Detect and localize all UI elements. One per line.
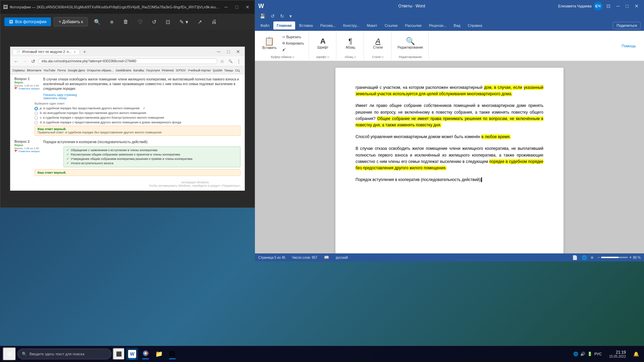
- url-bar[interactable]: edu.ala.ru/mod/quiz/review.php?attempt=8…: [38, 58, 217, 64]
- browser-active-tab[interactable]: 📄 Итоговый тест по модулю 2: п... ✕: [12, 49, 80, 54]
- help-link[interactable]: Помощь: [619, 44, 640, 48]
- quick-customize-button[interactable]: ▾: [288, 13, 293, 19]
- language-indicator[interactable]: РУС: [594, 352, 602, 356]
- paragraph-expander[interactable]: ⊡: [354, 56, 356, 59]
- notification-button[interactable]: 🔔: [631, 349, 641, 359]
- new-tab-button[interactable]: +: [81, 48, 88, 55]
- styles-expander[interactable]: ⊡: [381, 56, 384, 59]
- format-painter-button[interactable]: 🖌: [280, 47, 306, 52]
- read-mode-icon[interactable]: 📖: [324, 255, 329, 260]
- ribbon-tab-home[interactable]: Главная: [273, 21, 295, 29]
- option-1-b-radio[interactable]: [35, 112, 38, 115]
- bookmark-services[interactable]: Сервисы: [12, 69, 25, 72]
- word-document-area[interactable]: граничащий с участком, на котором распол…: [255, 61, 644, 253]
- quick-redo-button[interactable]: ↻: [279, 13, 285, 19]
- zoom-in-button[interactable]: 🔍: [91, 17, 104, 27]
- quick-undo-button[interactable]: ↺: [269, 13, 276, 19]
- bookmark-mail[interactable]: Почта: [57, 69, 66, 72]
- bookmark-portal[interactable]: Учебный портал: [188, 69, 211, 72]
- taskbar-chrome-app[interactable]: [140, 348, 152, 360]
- bookmark-button[interactable]: ☆: [219, 58, 226, 65]
- bookmark-youtube[interactable]: YouTube: [44, 69, 55, 72]
- zoom-slider[interactable]: [601, 257, 628, 258]
- taskbar-photos-app[interactable]: 🖼: [166, 348, 178, 360]
- question-2-flag[interactable]: 🚩 Отметить вопрос: [14, 150, 40, 153]
- ribbon-tab-design[interactable]: Констру...: [340, 21, 363, 29]
- browser-menu-button[interactable]: ⋮: [235, 58, 243, 65]
- user-avatar[interactable]: ЕЧ: [594, 2, 602, 10]
- bookmark-open-edu[interactable]: Открытое образо...: [87, 69, 114, 72]
- zoom-in-status-btn[interactable]: +: [629, 255, 632, 260]
- taskbar-word-app[interactable]: W: [126, 348, 138, 360]
- quick-save-button[interactable]: 💾: [258, 13, 267, 19]
- bookmark-vk[interactable]: ВКонтакте: [27, 69, 41, 72]
- photos-maximize-button[interactable]: □: [232, 3, 241, 11]
- bookmark-zupou[interactable]: ЗУПОУ: [176, 69, 186, 72]
- edit-more-button[interactable]: ✎ ▾: [176, 17, 191, 27]
- ribbon-tab-view[interactable]: Вид: [450, 21, 464, 29]
- taskbar-task-view-button[interactable]: ⬛: [113, 348, 125, 360]
- ribbon-tab-review[interactable]: Рецензи...: [426, 21, 450, 29]
- option-1-c[interactable]: c. в судебном порядке с предоставлением …: [35, 116, 240, 120]
- finish-review-link[interactable]: Закончить обзор: [43, 97, 240, 100]
- taskbar-tray-icons[interactable]: 🌐 🔊 🔋 РУС: [571, 350, 604, 358]
- ribbon-tab-help[interactable]: Справка: [464, 21, 485, 29]
- ribbon-tab-references[interactable]: Ссылки: [381, 21, 401, 29]
- crop-button[interactable]: ⊡: [162, 17, 173, 27]
- ribbon-tab-file[interactable]: Файл: [257, 21, 273, 29]
- bookmark-sc[interactable]: СЦ: [235, 69, 239, 72]
- favorite-button[interactable]: ♡: [135, 17, 146, 27]
- font-button[interactable]: A Шрифт: [315, 36, 331, 51]
- option-1-a-radio[interactable]: [35, 107, 38, 110]
- ribbon-tab-layout[interactable]: Макет: [364, 21, 381, 29]
- copy-button[interactable]: ⧉ Копировать: [280, 40, 306, 46]
- bookmark-geekbrains[interactable]: GeekBrains: [116, 69, 131, 72]
- option-1-c-radio[interactable]: [35, 116, 38, 120]
- styles-button[interactable]: A Стили: [370, 36, 385, 51]
- bookmark-gosuslugi[interactable]: Госуслуги: [146, 69, 160, 72]
- bookmark-pinterest[interactable]: Pinterest: [162, 69, 174, 72]
- share-button[interactable]: Поделиться: [613, 22, 641, 29]
- show-one-page-link[interactable]: Показать одну страницу: [43, 93, 240, 97]
- clipboard-expander[interactable]: ⊡: [292, 56, 294, 59]
- ribbon-tab-draw[interactable]: Рисова...: [317, 21, 339, 29]
- browser-restore-btn[interactable]: □: [224, 47, 233, 56]
- forward-button[interactable]: →: [21, 58, 29, 65]
- option-1-d-radio[interactable]: [35, 121, 38, 124]
- tab-close-icon[interactable]: ✕: [73, 50, 76, 54]
- bookmark-batalsh[interactable]: Батайш: [133, 69, 144, 72]
- language[interactable]: русский: [336, 256, 348, 259]
- print-button[interactable]: 🖨: [208, 17, 220, 27]
- bookmark-dance[interactable]: Танцы: [224, 69, 233, 72]
- bookmark-quizlet[interactable]: Quizlet: [213, 69, 222, 72]
- word-ribbon-toggle-button[interactable]: ⊡: [604, 3, 612, 9]
- layout-web-icon[interactable]: 🌐: [582, 255, 587, 260]
- zoom-out-status-btn[interactable]: −: [597, 255, 600, 260]
- ribbon-tab-mailings[interactable]: Рассылки: [402, 21, 425, 29]
- zoom-level[interactable]: 80 %: [633, 256, 641, 259]
- editing-button[interactable]: 🔍 Редактирование: [395, 36, 426, 51]
- taskbar-clock[interactable]: 21:19 15.05.2022: [607, 349, 628, 359]
- question-1-flag[interactable]: 🚩 Отметить вопрос: [14, 87, 40, 90]
- page-info[interactable]: Страница 5 из 45: [258, 256, 285, 259]
- zoom-out-button[interactable]: ⊕: [107, 17, 117, 26]
- paragraph-button[interactable]: ¶ Абзац: [343, 36, 358, 51]
- delete-button[interactable]: 🗑: [120, 17, 132, 27]
- cut-button[interactable]: ✂ Вырезать: [280, 34, 306, 40]
- option-1-b[interactable]: b. во внесудебном порядке без предоставл…: [35, 111, 240, 115]
- taskbar-search-box[interactable]: 🔍 Введите здесь текст для поиска: [17, 349, 111, 359]
- back-button[interactable]: ←: [12, 58, 20, 65]
- reload-button[interactable]: ↺: [30, 58, 37, 65]
- rotate-button[interactable]: ↺: [149, 17, 160, 27]
- all-photos-button[interactable]: 🖼 Все фотографии: [4, 17, 51, 26]
- option-1-a[interactable]: а. в судебном порядке без предоставления…: [35, 107, 240, 110]
- start-button[interactable]: ⊞: [3, 347, 16, 361]
- option-1-d[interactable]: d. в судебном порядке с предоставлением …: [35, 121, 240, 124]
- word-minimize-button[interactable]: ─: [614, 3, 622, 9]
- layout-print-icon[interactable]: 📄: [572, 255, 578, 260]
- browser-minimize-btn[interactable]: ─: [214, 47, 223, 56]
- bookmark-gdrive[interactable]: Google Диск: [68, 69, 85, 72]
- word-restore-button[interactable]: □: [624, 3, 631, 9]
- photos-minimize-button[interactable]: ─: [222, 3, 230, 11]
- word-close-button[interactable]: ✕: [633, 3, 641, 9]
